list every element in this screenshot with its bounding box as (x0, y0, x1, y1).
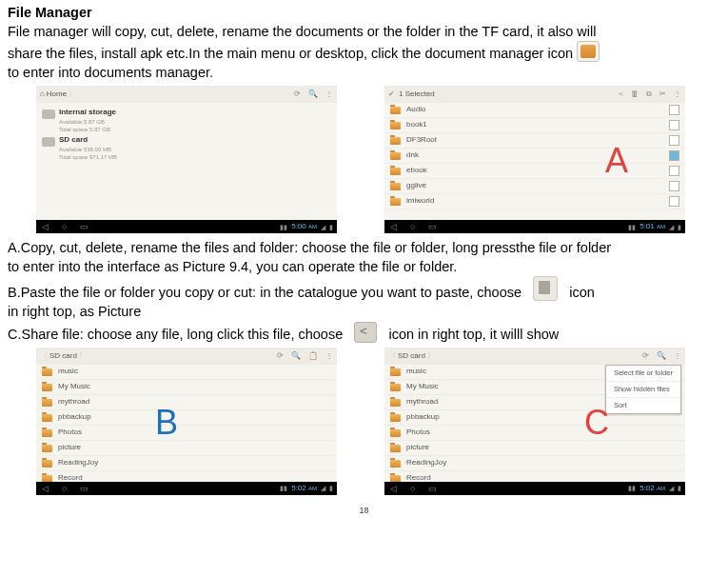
checkbox[interactable] (669, 120, 679, 130)
intro-line-2a: share the files, install apk etc.In the … (8, 46, 573, 61)
section-b-1: B.Paste the file or folder you copy or c… (8, 285, 521, 300)
refresh-icon[interactable]: ⟳ (642, 351, 649, 362)
back-nav-icon[interactable]: ◁ (42, 221, 49, 232)
back-nav-icon[interactable]: ◁ (390, 483, 397, 494)
recent-nav-icon[interactable]: ▭ (428, 221, 437, 232)
list-item[interactable]: Record (36, 471, 337, 482)
checkbox[interactable] (669, 105, 679, 115)
checkbox[interactable] (669, 150, 679, 161)
breadcrumb-label: SD card (398, 351, 425, 362)
folder-icon (390, 183, 401, 190)
section-c-1: C.Share file: choose any file, long clic… (8, 327, 343, 342)
clock-ampm: AM (308, 486, 317, 491)
paste-icon[interactable]: 📋 (308, 351, 318, 362)
folder-icon (390, 168, 401, 175)
clock-ampm: AM (657, 486, 665, 491)
list-item[interactable]: mythroad (36, 395, 337, 410)
list-item[interactable]: Audio (384, 103, 685, 118)
storage-list: Internal storage Available 5.87 GB Total… (36, 103, 337, 166)
list-item[interactable]: Record (384, 471, 685, 482)
search-icon[interactable]: 🔍 (308, 90, 318, 100)
list-item[interactable]: DF3Root (384, 133, 685, 149)
list-item[interactable]: imiworld (384, 194, 685, 209)
checkbox[interactable] (669, 166, 679, 176)
list-item[interactable]: picture (384, 441, 685, 456)
storage-item[interactable]: SD card Available 538.00 MB Total space … (36, 134, 337, 162)
home-nav-icon[interactable]: ○ (62, 483, 67, 494)
folder-label: My Music (58, 382, 90, 392)
clock-ampm: AM (308, 224, 317, 229)
folder-icon (390, 445, 401, 452)
folder-label: mythroad (58, 397, 89, 408)
back-nav-icon[interactable]: ◁ (390, 221, 397, 232)
folder-icon (42, 368, 52, 376)
list-item[interactable]: My Music (36, 380, 337, 395)
list-item[interactable]: ReadingJoy (384, 456, 685, 471)
list-item[interactable]: Photos (36, 426, 337, 441)
folder-icon (42, 414, 52, 422)
folder-label: pbbackup (58, 412, 91, 423)
overflow-icon[interactable]: ⋮ (325, 90, 333, 100)
list-item[interactable]: book1 (384, 118, 685, 133)
clock-ampm: AM (657, 224, 665, 229)
delete-icon[interactable]: 🗑 (631, 90, 639, 100)
folder-label: picture (406, 443, 429, 453)
checkbox[interactable] (669, 135, 679, 146)
recent-nav-icon[interactable]: ▭ (428, 483, 437, 494)
search-icon[interactable]: 🔍 (657, 351, 666, 362)
screenshots-row-1: ⌂ Home 〉 ⟳ 🔍 ⋮ Internal storage Availabl… (36, 86, 720, 233)
list-item[interactable]: ReadingJoy (36, 456, 337, 471)
clock-time: 5:00 (291, 222, 306, 230)
list-item[interactable]: gglive (384, 179, 685, 194)
list-item[interactable]: picture (36, 441, 337, 456)
overflow-icon[interactable]: ⋮ (325, 351, 333, 362)
intro-line-3: to enter into documents manager. (8, 64, 720, 83)
battery-icon: ▮ (678, 484, 681, 492)
menu-item[interactable]: Select file or folder (606, 366, 680, 382)
home-nav-icon[interactable]: ○ (62, 221, 67, 232)
recent-nav-icon[interactable]: ▭ (80, 221, 89, 232)
storage-item[interactable]: Internal storage Available 5.87 GB Total… (36, 107, 337, 134)
section-a-line1: A.Copy, cut, delete, rename the files an… (8, 239, 720, 258)
label-b: B (155, 400, 178, 447)
list-item[interactable]: dnk (384, 149, 685, 164)
search-icon[interactable]: 🔍 (291, 351, 301, 362)
folder-list: musicMy MusicmythroadpbbackupPhotospictu… (36, 365, 337, 482)
folder-label: mythroad (406, 397, 438, 408)
folder-label: pbbackup (406, 412, 440, 423)
home-nav-icon[interactable]: ○ (410, 483, 415, 494)
refresh-icon[interactable]: ⟳ (277, 351, 284, 362)
list-item[interactable]: Photos (384, 426, 685, 441)
folder-label: Record (406, 473, 431, 482)
clock: 5:02 AM (639, 484, 665, 494)
folder-label: Audio (406, 105, 425, 115)
folder-icon (390, 429, 401, 437)
overflow-icon[interactable]: ⋮ (674, 90, 681, 100)
statusbar: ◁ ○ ▭ ▮▮ 5:02 AM ◢ ▮ (384, 482, 685, 495)
wifi-icon: ◢ (669, 223, 674, 231)
file-manager-icon (577, 41, 600, 62)
overflow-icon[interactable]: ⋮ (674, 351, 681, 362)
list-item[interactable]: ebook (384, 164, 685, 179)
menu-item[interactable]: Sort (606, 398, 680, 413)
refresh-icon[interactable]: ⟳ (294, 90, 301, 100)
section-b-3: in right top, as Picture (8, 303, 720, 322)
storage-title: Internal storage (59, 108, 116, 118)
done-icon[interactable]: ✓ (388, 90, 395, 100)
screenshot-menu: 〈 SD card 〉 ⟳ 🔍 ⋮ musicMy Musicmythroadp… (384, 348, 685, 495)
menu-item[interactable]: Show hidden files (606, 382, 680, 398)
checkbox[interactable] (669, 181, 679, 191)
recent-nav-icon[interactable]: ▭ (80, 483, 89, 494)
folder-label: ReadingJoy (406, 458, 446, 468)
share-icon[interactable]: < (619, 90, 623, 100)
checkbox[interactable] (669, 196, 679, 207)
signal-icon: ▮▮ (628, 484, 636, 492)
back-nav-icon[interactable]: ◁ (42, 483, 49, 494)
folder-icon (42, 399, 52, 407)
folder-label: imiworld (406, 196, 434, 207)
list-item[interactable]: pbbackup (36, 410, 337, 426)
home-nav-icon[interactable]: ○ (410, 221, 415, 232)
list-item[interactable]: music (36, 365, 337, 380)
copy-icon[interactable]: ⧉ (646, 90, 652, 100)
cut-icon[interactable]: ✂ (659, 90, 666, 100)
